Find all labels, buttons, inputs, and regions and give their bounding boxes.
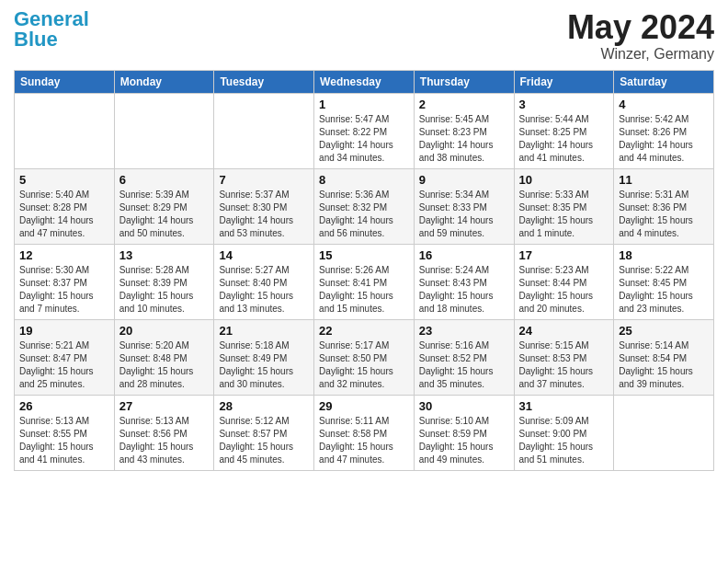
calendar-cell-w0-d3: 1Sunrise: 5:47 AM Sunset: 8:22 PM Daylig… <box>314 93 415 168</box>
day-info: Sunrise: 5:27 AM Sunset: 8:40 PM Dayligh… <box>219 264 309 316</box>
day-info: Sunrise: 5:16 AM Sunset: 8:52 PM Dayligh… <box>419 339 509 391</box>
calendar-cell-w0-d4: 2Sunrise: 5:45 AM Sunset: 8:23 PM Daylig… <box>414 93 514 168</box>
day-number: 28 <box>219 399 309 413</box>
day-number: 31 <box>519 399 609 413</box>
day-number: 15 <box>319 248 409 262</box>
calendar-cell-w2-d2: 14Sunrise: 5:27 AM Sunset: 8:40 PM Dayli… <box>214 244 314 319</box>
calendar-cell-w2-d5: 17Sunrise: 5:23 AM Sunset: 8:44 PM Dayli… <box>514 244 614 319</box>
col-friday: Friday <box>514 70 614 93</box>
day-number: 2 <box>419 98 509 111</box>
day-number: 12 <box>19 248 109 262</box>
calendar-cell-w3-d3: 22Sunrise: 5:17 AM Sunset: 8:50 PM Dayli… <box>314 319 415 395</box>
calendar-cell-w4-d5: 31Sunrise: 5:09 AM Sunset: 9:00 PM Dayli… <box>514 395 614 470</box>
week-row-3: 19Sunrise: 5:21 AM Sunset: 8:47 PM Dayli… <box>15 319 714 395</box>
day-info: Sunrise: 5:36 AM Sunset: 8:32 PM Dayligh… <box>319 189 409 240</box>
day-info: Sunrise: 5:34 AM Sunset: 8:33 PM Dayligh… <box>419 189 509 240</box>
day-info: Sunrise: 5:44 AM Sunset: 8:25 PM Dayligh… <box>519 113 609 165</box>
day-info: Sunrise: 5:20 AM Sunset: 8:48 PM Dayligh… <box>119 339 210 391</box>
day-info: Sunrise: 5:10 AM Sunset: 8:59 PM Dayligh… <box>419 415 509 466</box>
day-info: Sunrise: 5:17 AM Sunset: 8:50 PM Dayligh… <box>319 339 409 391</box>
calendar-cell-w2-d6: 18Sunrise: 5:22 AM Sunset: 8:45 PM Dayli… <box>614 244 714 319</box>
calendar-cell-w3-d0: 19Sunrise: 5:21 AM Sunset: 8:47 PM Dayli… <box>15 319 115 395</box>
calendar-cell-w1-d2: 7Sunrise: 5:37 AM Sunset: 8:30 PM Daylig… <box>214 168 314 244</box>
calendar-cell-w4-d0: 26Sunrise: 5:13 AM Sunset: 8:55 PM Dayli… <box>15 395 115 470</box>
calendar-cell-w1-d6: 11Sunrise: 5:31 AM Sunset: 8:36 PM Dayli… <box>614 168 714 244</box>
day-number: 3 <box>519 98 609 111</box>
day-info: Sunrise: 5:45 AM Sunset: 8:23 PM Dayligh… <box>419 113 509 165</box>
day-number: 24 <box>519 324 609 338</box>
day-number: 29 <box>319 399 409 413</box>
day-info: Sunrise: 5:13 AM Sunset: 8:56 PM Dayligh… <box>119 415 210 466</box>
day-info: Sunrise: 5:40 AM Sunset: 8:28 PM Dayligh… <box>19 189 109 240</box>
day-info: Sunrise: 5:09 AM Sunset: 9:00 PM Dayligh… <box>519 415 609 466</box>
title-block: May 2024 Winzer, Germany <box>567 9 714 63</box>
calendar-cell-w1-d5: 10Sunrise: 5:33 AM Sunset: 8:35 PM Dayli… <box>514 168 614 244</box>
calendar-cell-w2-d1: 13Sunrise: 5:28 AM Sunset: 8:39 PM Dayli… <box>114 244 214 319</box>
day-number: 19 <box>19 324 109 338</box>
calendar-cell-w0-d5: 3Sunrise: 5:44 AM Sunset: 8:25 PM Daylig… <box>514 93 614 168</box>
day-number: 20 <box>119 324 210 338</box>
calendar-cell-w0-d2 <box>214 93 314 168</box>
day-info: Sunrise: 5:14 AM Sunset: 8:54 PM Dayligh… <box>619 339 709 391</box>
day-info: Sunrise: 5:12 AM Sunset: 8:57 PM Dayligh… <box>219 415 309 466</box>
day-info: Sunrise: 5:28 AM Sunset: 8:39 PM Dayligh… <box>119 264 210 316</box>
week-row-2: 12Sunrise: 5:30 AM Sunset: 8:37 PM Dayli… <box>15 244 714 319</box>
day-number: 11 <box>619 173 709 187</box>
day-number: 16 <box>419 248 509 262</box>
day-info: Sunrise: 5:42 AM Sunset: 8:26 PM Dayligh… <box>619 113 709 165</box>
col-monday: Monday <box>114 70 214 93</box>
day-info: Sunrise: 5:18 AM Sunset: 8:49 PM Dayligh… <box>219 339 309 391</box>
page-header: General Blue May 2024 Winzer, Germany <box>14 9 714 63</box>
day-number: 27 <box>119 399 210 413</box>
calendar-location: Winzer, Germany <box>567 46 714 63</box>
day-number: 17 <box>519 248 609 262</box>
calendar-cell-w1-d4: 9Sunrise: 5:34 AM Sunset: 8:33 PM Daylig… <box>414 168 514 244</box>
col-saturday: Saturday <box>614 70 714 93</box>
calendar-title: May 2024 <box>567 9 714 46</box>
col-sunday: Sunday <box>15 70 115 93</box>
day-info: Sunrise: 5:31 AM Sunset: 8:36 PM Dayligh… <box>619 189 709 240</box>
week-row-0: 1Sunrise: 5:47 AM Sunset: 8:22 PM Daylig… <box>15 93 714 168</box>
calendar-cell-w3-d1: 20Sunrise: 5:20 AM Sunset: 8:48 PM Dayli… <box>114 319 214 395</box>
day-number: 14 <box>219 248 309 262</box>
day-info: Sunrise: 5:33 AM Sunset: 8:35 PM Dayligh… <box>519 189 609 240</box>
day-info: Sunrise: 5:47 AM Sunset: 8:22 PM Dayligh… <box>319 113 409 165</box>
calendar-cell-w3-d6: 25Sunrise: 5:14 AM Sunset: 8:54 PM Dayli… <box>614 319 714 395</box>
logo-blue: Blue <box>14 28 58 51</box>
calendar-cell-w2-d0: 12Sunrise: 5:30 AM Sunset: 8:37 PM Dayli… <box>15 244 115 319</box>
week-row-1: 5Sunrise: 5:40 AM Sunset: 8:28 PM Daylig… <box>15 168 714 244</box>
day-number: 1 <box>319 98 409 111</box>
col-thursday: Thursday <box>414 70 514 93</box>
day-number: 6 <box>119 173 210 187</box>
calendar-cell-w3-d5: 24Sunrise: 5:15 AM Sunset: 8:53 PM Dayli… <box>514 319 614 395</box>
calendar-cell-w4-d6 <box>614 395 714 470</box>
day-number: 30 <box>419 399 509 413</box>
day-number: 8 <box>319 173 409 187</box>
week-row-4: 26Sunrise: 5:13 AM Sunset: 8:55 PM Dayli… <box>15 395 714 470</box>
day-number: 25 <box>619 324 709 338</box>
calendar-cell-w0-d6: 4Sunrise: 5:42 AM Sunset: 8:26 PM Daylig… <box>614 93 714 168</box>
day-number: 10 <box>519 173 609 187</box>
day-number: 9 <box>419 173 509 187</box>
day-number: 7 <box>219 173 309 187</box>
calendar-cell-w2-d3: 15Sunrise: 5:26 AM Sunset: 8:41 PM Dayli… <box>314 244 415 319</box>
day-info: Sunrise: 5:37 AM Sunset: 8:30 PM Dayligh… <box>219 189 309 240</box>
col-tuesday: Tuesday <box>214 70 314 93</box>
day-number: 5 <box>19 173 109 187</box>
calendar-cell-w0-d1 <box>114 93 214 168</box>
day-number: 23 <box>419 324 509 338</box>
day-number: 26 <box>19 399 109 413</box>
calendar-cell-w1-d0: 5Sunrise: 5:40 AM Sunset: 8:28 PM Daylig… <box>15 168 115 244</box>
day-info: Sunrise: 5:30 AM Sunset: 8:37 PM Dayligh… <box>19 264 109 316</box>
logo: General Blue <box>14 9 89 50</box>
calendar-table: Sunday Monday Tuesday Wednesday Thursday… <box>14 70 714 471</box>
calendar-cell-w1-d3: 8Sunrise: 5:36 AM Sunset: 8:32 PM Daylig… <box>314 168 415 244</box>
calendar-header-row: Sunday Monday Tuesday Wednesday Thursday… <box>15 70 714 93</box>
day-number: 21 <box>219 324 309 338</box>
calendar-cell-w0-d0 <box>15 93 115 168</box>
col-wednesday: Wednesday <box>314 70 415 93</box>
day-info: Sunrise: 5:39 AM Sunset: 8:29 PM Dayligh… <box>119 189 210 240</box>
day-info: Sunrise: 5:11 AM Sunset: 8:58 PM Dayligh… <box>319 415 409 466</box>
calendar-cell-w4-d1: 27Sunrise: 5:13 AM Sunset: 8:56 PM Dayli… <box>114 395 214 470</box>
day-info: Sunrise: 5:23 AM Sunset: 8:44 PM Dayligh… <box>519 264 609 316</box>
